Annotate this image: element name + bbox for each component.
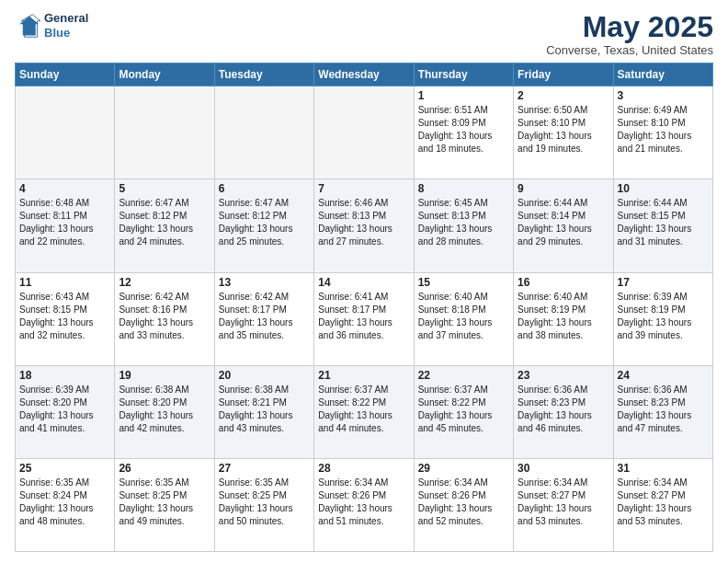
day-number: 12 bbox=[119, 276, 210, 289]
day-cell: 18Sunrise: 6:39 AM Sunset: 8:20 PM Dayli… bbox=[16, 365, 115, 458]
day-info: Sunrise: 6:47 AM Sunset: 8:12 PM Dayligh… bbox=[119, 197, 210, 248]
day-number: 5 bbox=[119, 182, 210, 195]
day-number: 25 bbox=[19, 462, 110, 475]
day-cell: 21Sunrise: 6:37 AM Sunset: 8:22 PM Dayli… bbox=[314, 365, 414, 458]
calendar-table: SundayMondayTuesdayWednesdayThursdayFrid… bbox=[15, 63, 713, 552]
day-info: Sunrise: 6:40 AM Sunset: 8:18 PM Dayligh… bbox=[418, 291, 509, 342]
day-info: Sunrise: 6:37 AM Sunset: 8:22 PM Dayligh… bbox=[418, 384, 509, 435]
day-number: 1 bbox=[418, 89, 509, 102]
day-cell: 14Sunrise: 6:41 AM Sunset: 8:17 PM Dayli… bbox=[314, 272, 414, 365]
day-number: 20 bbox=[219, 369, 310, 382]
day-number: 2 bbox=[518, 89, 609, 102]
col-header-friday: Friday bbox=[514, 63, 613, 86]
day-info: Sunrise: 6:50 AM Sunset: 8:10 PM Dayligh… bbox=[518, 104, 609, 155]
day-number: 29 bbox=[418, 462, 509, 475]
week-row-1: 1Sunrise: 6:51 AM Sunset: 8:09 PM Daylig… bbox=[16, 86, 713, 179]
day-cell: 8Sunrise: 6:45 AM Sunset: 8:13 PM Daylig… bbox=[414, 179, 513, 272]
week-row-3: 11Sunrise: 6:43 AM Sunset: 8:15 PM Dayli… bbox=[16, 272, 713, 365]
week-row-5: 25Sunrise: 6:35 AM Sunset: 8:24 PM Dayli… bbox=[16, 458, 713, 551]
title-section: May 2025 Converse, Texas, United States bbox=[546, 11, 713, 57]
day-cell: 20Sunrise: 6:38 AM Sunset: 8:21 PM Dayli… bbox=[214, 365, 313, 458]
day-info: Sunrise: 6:51 AM Sunset: 8:09 PM Dayligh… bbox=[418, 104, 509, 155]
col-header-wednesday: Wednesday bbox=[314, 63, 414, 86]
day-number: 14 bbox=[318, 276, 409, 289]
day-number: 8 bbox=[418, 182, 509, 195]
day-cell: 23Sunrise: 6:36 AM Sunset: 8:23 PM Dayli… bbox=[514, 365, 613, 458]
header: General Blue May 2025 Converse, Texas, U… bbox=[15, 11, 713, 57]
day-number: 31 bbox=[618, 462, 709, 475]
day-info: Sunrise: 6:37 AM Sunset: 8:22 PM Dayligh… bbox=[318, 384, 409, 435]
day-cell bbox=[214, 86, 313, 179]
day-info: Sunrise: 6:41 AM Sunset: 8:17 PM Dayligh… bbox=[318, 291, 409, 342]
location: Converse, Texas, United States bbox=[546, 43, 713, 57]
day-cell: 25Sunrise: 6:35 AM Sunset: 8:24 PM Dayli… bbox=[16, 458, 115, 551]
day-info: Sunrise: 6:40 AM Sunset: 8:19 PM Dayligh… bbox=[518, 291, 609, 342]
day-info: Sunrise: 6:39 AM Sunset: 8:19 PM Dayligh… bbox=[618, 291, 709, 342]
day-number: 17 bbox=[618, 276, 709, 289]
day-cell: 1Sunrise: 6:51 AM Sunset: 8:09 PM Daylig… bbox=[414, 86, 513, 179]
day-cell: 16Sunrise: 6:40 AM Sunset: 8:19 PM Dayli… bbox=[514, 272, 613, 365]
day-cell: 5Sunrise: 6:47 AM Sunset: 8:12 PM Daylig… bbox=[115, 179, 214, 272]
day-number: 7 bbox=[318, 182, 409, 195]
day-cell: 24Sunrise: 6:36 AM Sunset: 8:23 PM Dayli… bbox=[613, 365, 712, 458]
day-number: 18 bbox=[19, 369, 110, 382]
day-cell bbox=[314, 86, 414, 179]
week-row-2: 4Sunrise: 6:48 AM Sunset: 8:11 PM Daylig… bbox=[16, 179, 713, 272]
day-info: Sunrise: 6:34 AM Sunset: 8:27 PM Dayligh… bbox=[518, 477, 609, 528]
day-number: 16 bbox=[518, 276, 609, 289]
logo-icon bbox=[15, 13, 40, 39]
col-header-tuesday: Tuesday bbox=[214, 63, 313, 86]
col-header-monday: Monday bbox=[115, 63, 214, 86]
logo-text: General Blue bbox=[44, 11, 88, 40]
day-cell: 22Sunrise: 6:37 AM Sunset: 8:22 PM Dayli… bbox=[414, 365, 513, 458]
day-cell: 13Sunrise: 6:42 AM Sunset: 8:17 PM Dayli… bbox=[214, 272, 313, 365]
day-cell bbox=[16, 86, 115, 179]
day-info: Sunrise: 6:34 AM Sunset: 8:27 PM Dayligh… bbox=[618, 477, 709, 528]
day-cell: 30Sunrise: 6:34 AM Sunset: 8:27 PM Dayli… bbox=[514, 458, 613, 551]
day-cell: 15Sunrise: 6:40 AM Sunset: 8:18 PM Dayli… bbox=[414, 272, 513, 365]
month-title: May 2025 bbox=[546, 11, 713, 43]
day-cell: 12Sunrise: 6:42 AM Sunset: 8:16 PM Dayli… bbox=[115, 272, 214, 365]
day-cell: 4Sunrise: 6:48 AM Sunset: 8:11 PM Daylig… bbox=[16, 179, 115, 272]
day-number: 24 bbox=[618, 369, 709, 382]
day-info: Sunrise: 6:42 AM Sunset: 8:17 PM Dayligh… bbox=[219, 291, 310, 342]
day-cell: 26Sunrise: 6:35 AM Sunset: 8:25 PM Dayli… bbox=[115, 458, 214, 551]
day-info: Sunrise: 6:46 AM Sunset: 8:13 PM Dayligh… bbox=[318, 197, 409, 248]
day-info: Sunrise: 6:38 AM Sunset: 8:21 PM Dayligh… bbox=[219, 384, 310, 435]
day-number: 21 bbox=[318, 369, 409, 382]
col-header-sunday: Sunday bbox=[16, 63, 115, 86]
day-number: 9 bbox=[518, 182, 609, 195]
day-info: Sunrise: 6:35 AM Sunset: 8:25 PM Dayligh… bbox=[219, 477, 310, 528]
day-number: 23 bbox=[518, 369, 609, 382]
day-info: Sunrise: 6:36 AM Sunset: 8:23 PM Dayligh… bbox=[618, 384, 709, 435]
day-number: 4 bbox=[19, 182, 110, 195]
day-cell: 9Sunrise: 6:44 AM Sunset: 8:14 PM Daylig… bbox=[514, 179, 613, 272]
day-cell: 6Sunrise: 6:47 AM Sunset: 8:12 PM Daylig… bbox=[214, 179, 313, 272]
day-number: 26 bbox=[119, 462, 210, 475]
day-info: Sunrise: 6:44 AM Sunset: 8:15 PM Dayligh… bbox=[618, 197, 709, 248]
day-info: Sunrise: 6:44 AM Sunset: 8:14 PM Dayligh… bbox=[518, 197, 609, 248]
day-number: 15 bbox=[418, 276, 509, 289]
day-number: 22 bbox=[418, 369, 509, 382]
day-number: 13 bbox=[219, 276, 310, 289]
day-cell: 3Sunrise: 6:49 AM Sunset: 8:10 PM Daylig… bbox=[613, 86, 712, 179]
day-cell: 31Sunrise: 6:34 AM Sunset: 8:27 PM Dayli… bbox=[613, 458, 712, 551]
day-number: 6 bbox=[219, 182, 310, 195]
day-cell: 2Sunrise: 6:50 AM Sunset: 8:10 PM Daylig… bbox=[514, 86, 613, 179]
col-header-saturday: Saturday bbox=[613, 63, 712, 86]
day-cell bbox=[115, 86, 214, 179]
page: General Blue May 2025 Converse, Texas, U… bbox=[0, 0, 728, 563]
day-info: Sunrise: 6:35 AM Sunset: 8:25 PM Dayligh… bbox=[119, 477, 210, 528]
day-number: 19 bbox=[119, 369, 210, 382]
logo: General Blue bbox=[15, 11, 88, 40]
day-cell: 19Sunrise: 6:38 AM Sunset: 8:20 PM Dayli… bbox=[115, 365, 214, 458]
day-info: Sunrise: 6:38 AM Sunset: 8:20 PM Dayligh… bbox=[119, 384, 210, 435]
day-info: Sunrise: 6:34 AM Sunset: 8:26 PM Dayligh… bbox=[318, 477, 409, 528]
day-number: 10 bbox=[618, 182, 709, 195]
day-number: 30 bbox=[518, 462, 609, 475]
day-info: Sunrise: 6:35 AM Sunset: 8:24 PM Dayligh… bbox=[19, 477, 110, 528]
day-number: 28 bbox=[318, 462, 409, 475]
header-row: SundayMondayTuesdayWednesdayThursdayFrid… bbox=[16, 63, 713, 86]
week-row-4: 18Sunrise: 6:39 AM Sunset: 8:20 PM Dayli… bbox=[16, 365, 713, 458]
day-cell: 10Sunrise: 6:44 AM Sunset: 8:15 PM Dayli… bbox=[613, 179, 712, 272]
